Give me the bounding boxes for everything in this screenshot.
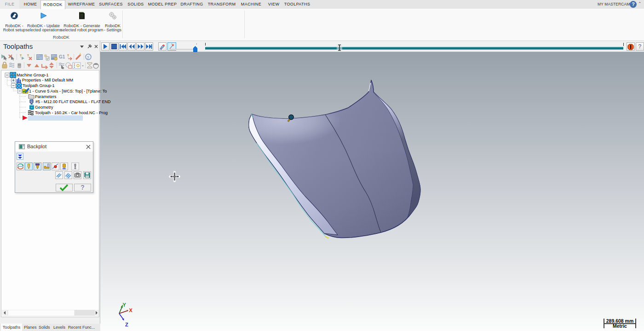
svg-text:?: ? [87, 55, 90, 60]
svg-text:G1: G1 [59, 54, 65, 59]
svg-text:X: X [129, 308, 133, 313]
svg-text:Z: Z [125, 322, 128, 327]
svg-text:Y: Y [123, 302, 126, 308]
